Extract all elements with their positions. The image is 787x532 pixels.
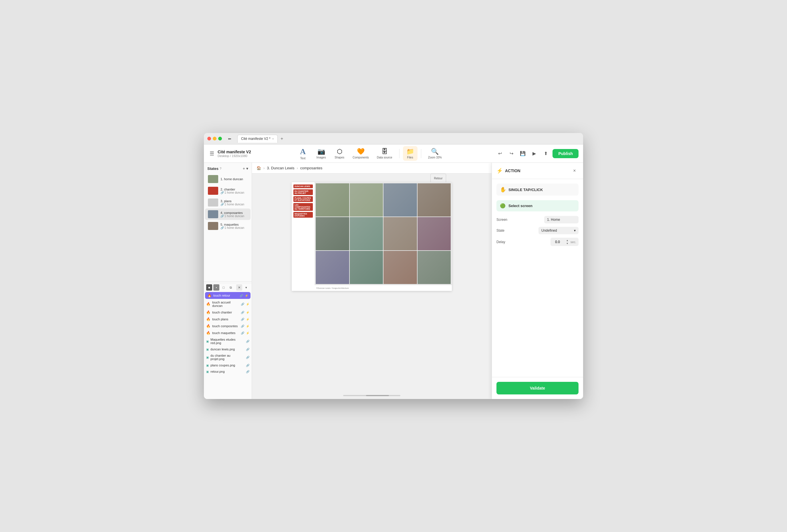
layer-link-icon-4: 🔗 [241,318,244,321]
canvas-nav-btn-3[interactable]: PLANS, COUPES ET ÉLÉVATIONS [293,196,313,202]
close-button[interactable] [207,137,211,141]
states-help-icon[interactable]: ? [220,167,221,170]
toolbar-right: ↩ ↪ 💾 ▶ ⬆ Publish [495,149,578,158]
state-field-select[interactable]: Undefined ▾ [538,227,578,234]
canvas-scrollbar[interactable] [343,395,400,396]
tool-images[interactable]: 📷 Images [313,146,330,161]
layer-du-chantier[interactable]: ▣ du chantier au projet.png 🔗 [204,353,252,362]
delay-number-input[interactable] [553,240,564,244]
layer-name-touch-maquettes: touch maquettes [212,331,239,335]
validate-button[interactable]: Validate [496,382,578,395]
state-item-1[interactable]: 1. home duncan [205,173,251,185]
layer-menu-btn[interactable]: ▾ [243,284,249,291]
undo-button[interactable]: ↩ [495,149,505,158]
active-tab[interactable]: Cité manifeste V2 * × [237,135,278,143]
scrollbar-thumb[interactable] [366,395,389,396]
canvas-nav-btn-2[interactable]: DU CHANTIER AU PROJET [293,189,313,195]
action-field-group: Screen 1. Home State Undefined ▾ Delay [496,216,578,246]
layer-tool-4[interactable]: ⧉ [228,284,234,291]
canvas-nav-btn-4[interactable]: LES COMPOSANTES DU TERRITOIRE [293,203,313,211]
action-overlay-header: ⚡ ACTION × [492,163,583,179]
breadcrumb-separator-2: › [297,166,298,170]
action-overlay: ⚡ ACTION × ✋ SINGLE TAP/CLICK 🟢 Select s… [492,163,583,399]
layer-tool-2[interactable]: ▪ [213,284,219,291]
redo-button[interactable]: ↪ [507,149,516,158]
state-item-3[interactable]: 3. plans 🔗 1 home duncan [205,197,251,208]
left-panel: States ? + ▾ 1. home duncan [204,163,252,399]
play-button[interactable]: ▶ [530,149,539,158]
toolbar-tools: A Text 📷 Images ⬡ Shapes 🧡 Components 🗄 … [294,145,495,162]
state-parent-3: 🔗 1 home duncan [220,203,244,206]
layer-tool-1[interactable]: ■ [206,284,212,291]
tool-zoom[interactable]: 🔍 Zoom 33% [425,146,445,161]
canvas-viewport[interactable]: Retour DUNCAN LEWIS DU CHANTIER AU PROJE… [252,174,492,399]
layer-fire-icon-1: 🔥 [207,294,212,297]
save-button[interactable]: 💾 [518,149,527,158]
action-overlay-body: ✋ SINGLE TAP/CLICK 🟢 Select screen Scree… [492,179,583,377]
state-info-2: 2. chantier 🔗 1 home duncan [220,188,244,194]
canvas-content: DUNCAN LEWIS DU CHANTIER AU PROJET PLANS… [292,182,452,291]
delay-decrement-button[interactable]: ▼ [566,242,569,245]
delay-increment-button[interactable]: ▲ [566,239,569,242]
breadcrumb-state[interactable]: 3. Duncan Lewis [267,166,294,170]
breadcrumb-home-icon[interactable]: 🏠 [256,166,261,170]
layer-delete-btn[interactable]: ✕ [236,284,242,291]
state-item-5[interactable]: 5. maquettes 🔗 1 home duncan [205,220,251,232]
layer-link-icon-6: 🔗 [241,332,244,335]
titlebar: ⬅ Cité manifeste V2 * × + [204,133,583,145]
scrollbar-track [343,395,400,396]
publish-button[interactable]: Publish [553,149,578,158]
canvas-sidebar: DUNCAN LEWIS DU CHANTIER AU PROJET PLANS… [292,182,315,291]
photo-cell-4 [418,183,451,216]
tool-shapes[interactable]: ⬡ Shapes [331,146,348,161]
tool-components[interactable]: 🧡 Components [349,146,373,161]
layer-action-icon-1: ⚡ [245,294,248,297]
layer-retour[interactable]: ▣ retour.png 🔗 [204,368,252,375]
minimize-button[interactable] [213,137,216,141]
layer-touch-plans[interactable]: 🔥 touch plans 🔗 ⚡ [204,316,252,323]
action-screen-row[interactable]: 🟢 Select screen [496,200,578,211]
state-item-4[interactable]: 4. composantes 🔗 1 home duncan [205,209,251,220]
toolbar-left: ☰ Cité manifeste V2 Desktop / 1920x1080 [209,149,289,158]
tab-close-button[interactable]: × [272,137,274,141]
maximize-button[interactable] [218,137,222,141]
layer-plans-coupes[interactable]: ▣ plans coupes.png 🔗 [204,362,252,368]
layer-touch-maquettes[interactable]: 🔥 touch maquettes 🔗 ⚡ [204,329,252,336]
toolbar-divider-2 [421,149,421,158]
canvas-nav-btn-1[interactable]: DUNCAN LEWIS [293,185,313,188]
canvas-return-button[interactable]: Retour [430,174,446,183]
layer-touch-retour[interactable]: 🔥 touch retour 🔗 ⚡ [205,292,251,299]
layer-maquettes-etudes[interactable]: ▣ Maquettes etudes red.png 🔗 [204,336,252,346]
layer-touch-composntes[interactable]: 🔥 touch composntes 🔗 ⚡ [204,323,252,329]
tool-datasource[interactable]: 🗄 Data source [374,146,396,161]
state-item-2[interactable]: 2. chantier 🔗 1 home duncan [205,185,251,196]
layer-tool-3[interactable]: □ [220,284,227,291]
tool-text[interactable]: A Text [294,145,312,162]
project-name: Cité manifeste V2 [218,150,251,154]
add-state-button[interactable]: + [243,166,245,171]
hamburger-icon[interactable]: ☰ [209,149,215,158]
states-menu-button[interactable]: ▾ [246,166,248,171]
action-screen-icon: 🟢 [500,203,506,209]
photo-cell-7 [383,217,417,250]
action-overlay-close[interactable]: × [571,167,578,175]
canvas-nav-btn-5[interactable]: MAQUETTES D'ÉTUDES [293,212,313,218]
layer-touch-chantier[interactable]: 🔥 touch chantier 🔗 ⚡ [204,309,252,316]
layer-touch-accueil[interactable]: 🔥 touch accueil duncan 🔗 ⚡ [204,299,252,309]
layer-duncan-lewis[interactable]: ▣ duncan lewis.png 🔗 [204,346,252,353]
panel-actions: + ▾ [243,166,248,171]
canvas-wrapper: Retour DUNCAN LEWIS DU CHANTIER AU PROJE… [292,182,452,291]
back-nav-icon[interactable]: ⬅ [227,135,233,142]
delay-stepper: ▲ ▼ [566,239,569,245]
layer-fire-icon-4: 🔥 [206,317,211,321]
screen-field-value[interactable]: 1. Home [544,216,578,224]
tab-title: Cité manifeste V2 * [241,137,271,141]
canvas-photo-grid [315,182,452,285]
photo-cell-12 [418,251,451,284]
layer-img-icon-2: ▣ [206,348,209,351]
tool-files[interactable]: 📁 Files [403,146,418,161]
add-tab-button[interactable]: + [279,135,285,142]
layer-fire-icon-6: 🔥 [206,331,211,335]
share-button[interactable]: ⬆ [541,149,550,158]
toolbar: ☰ Cité manifeste V2 Desktop / 1920x1080 … [204,145,583,163]
